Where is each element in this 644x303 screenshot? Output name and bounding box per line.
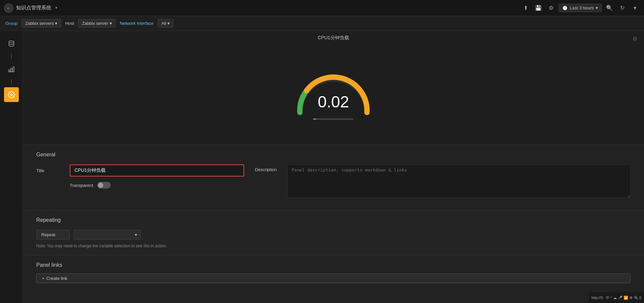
- repeat-select[interactable]: ▾: [74, 230, 141, 240]
- svg-point-5: [10, 94, 12, 96]
- host-filter-arrow: ▾: [110, 21, 112, 26]
- host-filter-value: Zabbix server: [82, 21, 108, 26]
- sidebar: [0, 31, 23, 303]
- repeating-section-title: Repeating: [36, 217, 631, 223]
- taskbar-url: http://S: [591, 296, 603, 300]
- top-bar: ← 知识点管理系统 ▾ ⬆ 💾 ⚙ 🕐 Last 3 hours ▾ 🔍 ↻ ▾: [0, 0, 644, 16]
- app-title-dropdown-icon[interactable]: ▾: [55, 6, 57, 10]
- gauge-chart: 0.02: [290, 59, 377, 126]
- transparent-group: Transparent: [70, 182, 244, 189]
- network-filter-label: Network interface: [120, 21, 154, 26]
- sidebar-connector-2: [11, 79, 12, 85]
- host-filter-label: Host: [65, 21, 74, 26]
- title-input[interactable]: [70, 164, 244, 176]
- top-bar-left: ← 知识点管理系统 ▾: [4, 3, 521, 13]
- all-filter-value: All: [161, 21, 166, 26]
- settings-button[interactable]: ⚙: [546, 3, 556, 13]
- content-area: CPU1分钟负载 ⚙ 0.02: [23, 31, 644, 303]
- search-button[interactable]: 🔍: [604, 3, 614, 13]
- panel-links-title: Panel links: [36, 262, 631, 268]
- repeat-row: Repeat ▾: [36, 230, 631, 240]
- sidebar-item-database[interactable]: [4, 36, 19, 51]
- group-filter-dropdown[interactable]: Zabbix servers ▾: [21, 19, 61, 28]
- panel-links-section: Panel links + Create link: [23, 255, 644, 290]
- repeat-select-arrow: ▾: [135, 232, 137, 237]
- title-field-group: Title: [36, 164, 244, 176]
- refresh-button[interactable]: ↻: [617, 3, 627, 13]
- svg-rect-7: [313, 118, 354, 120]
- settings-icon: [8, 91, 15, 98]
- general-section: General Title Transparent: [23, 145, 644, 210]
- chart-icon: [8, 65, 15, 73]
- filter-bar: Group Zabbix servers ▾ Host Zabbix serve…: [0, 16, 644, 31]
- share-icon: ⬆: [524, 5, 528, 11]
- svg-text:0.02: 0.02: [318, 93, 349, 111]
- share-button[interactable]: ⬆: [521, 3, 531, 13]
- refresh-dropdown-button[interactable]: ▾: [630, 3, 640, 13]
- toggle-knob: [98, 183, 103, 188]
- description-group: Description: [255, 164, 631, 198]
- general-form-row: Title Transparent Description: [36, 164, 631, 198]
- save-button[interactable]: 💾: [533, 3, 543, 13]
- transparent-toggle[interactable]: [97, 182, 111, 189]
- gauge-gear-button[interactable]: ⚙: [633, 36, 637, 42]
- back-icon: ←: [6, 5, 11, 11]
- repeat-label-box: Repeat: [36, 230, 70, 240]
- refresh-icon: ↻: [620, 5, 625, 11]
- form-right: Description: [255, 164, 631, 198]
- search-icon: 🔍: [606, 5, 613, 11]
- taskbar: http://S 中 ° ☁ 🎤 📶 ⚙ 🔌 8: [589, 292, 644, 303]
- general-section-title: General: [36, 152, 631, 158]
- gauge-title: CPU1分钟负载: [30, 35, 637, 41]
- top-bar-right: ⬆ 💾 ⚙ 🕐 Last 3 hours ▾ 🔍 ↻ ▾: [521, 3, 640, 13]
- gauge-gear-icon: ⚙: [633, 36, 637, 42]
- time-label: Last 3 hours: [570, 5, 594, 10]
- sidebar-item-chart[interactable]: [4, 62, 19, 77]
- back-button[interactable]: ←: [4, 3, 13, 13]
- form-left: Title Transparent: [36, 164, 244, 189]
- all-filter-dropdown[interactable]: All ▾: [158, 19, 173, 28]
- sidebar-item-settings[interactable]: [4, 87, 19, 102]
- svg-rect-1: [8, 70, 10, 72]
- create-link-label: Create link: [47, 276, 67, 281]
- group-filter-label: Group: [5, 21, 17, 26]
- database-icon: [8, 40, 15, 47]
- clock-icon: 🕐: [562, 6, 568, 10]
- repeating-section: Repeating Repeat ▾ Note: You may need to…: [23, 210, 644, 255]
- sidebar-connector-1: [11, 54, 12, 59]
- group-filter-arrow: ▾: [55, 21, 57, 26]
- all-filter-arrow: ▾: [167, 21, 170, 26]
- title-label: Title: [36, 168, 70, 173]
- create-link-button[interactable]: + Create link: [36, 273, 631, 283]
- svg-rect-3: [13, 67, 14, 72]
- svg-point-0: [9, 41, 14, 43]
- gauge-panel: CPU1分钟负载 ⚙ 0.02: [23, 31, 644, 145]
- gauge-container: 0.02: [290, 44, 377, 141]
- form-area: General Title Transparent: [23, 145, 644, 303]
- repeat-note: Note: You may need to change the variabl…: [36, 244, 631, 248]
- time-selector[interactable]: 🕐 Last 3 hours ▾: [559, 4, 602, 12]
- transparent-label: Transparent: [70, 183, 93, 188]
- time-dropdown-icon: ▾: [596, 5, 598, 10]
- description-label: Description: [255, 164, 282, 172]
- taskbar-icons: 中 ° ☁ 🎤 📶 ⚙ 🔌 8: [606, 295, 641, 300]
- plus-icon: +: [42, 276, 45, 281]
- save-icon: 💾: [535, 5, 542, 11]
- main-layout: CPU1分钟负载 ⚙ 0.02: [0, 31, 644, 303]
- refresh-dropdown-icon: ▾: [634, 5, 636, 11]
- description-textarea[interactable]: [287, 164, 631, 198]
- svg-rect-8: [313, 118, 316, 120]
- gear-icon: ⚙: [549, 5, 553, 11]
- host-filter-dropdown[interactable]: Zabbix server ▾: [78, 19, 116, 28]
- group-filter-value: Zabbix servers: [25, 21, 54, 26]
- app-title: 知识点管理系统: [16, 5, 51, 11]
- svg-rect-2: [11, 68, 12, 72]
